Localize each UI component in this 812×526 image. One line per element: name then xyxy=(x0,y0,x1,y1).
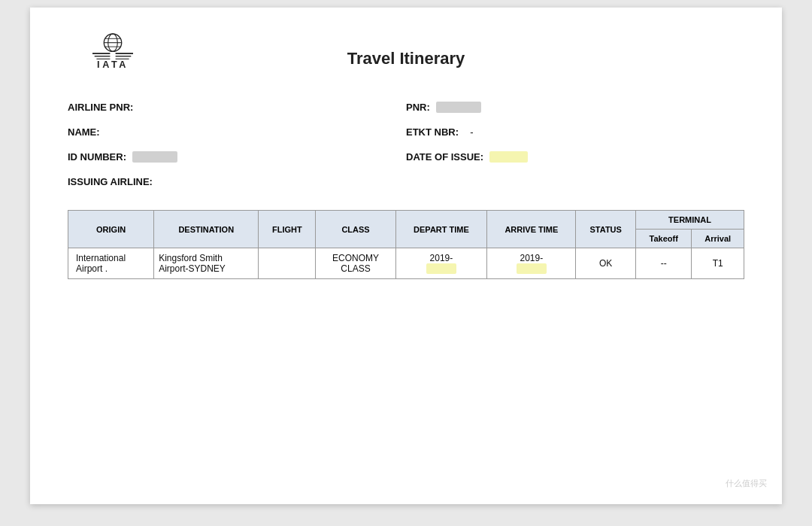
etkt-field: ETKT NBR: - xyxy=(406,126,744,138)
info-row-issuing-airline: ISSUING AIRLINE: xyxy=(68,176,744,187)
col-header-class: CLASS xyxy=(316,211,395,248)
id-number-value xyxy=(132,151,177,163)
pnr-value xyxy=(436,102,481,113)
id-number-field: ID NUMBER: xyxy=(68,151,406,163)
cell-origin: InternationalAirport . xyxy=(68,248,154,279)
watermark: 什么值得买 xyxy=(726,478,767,489)
col-header-origin: ORIGIN xyxy=(68,211,154,248)
iata-logo-svg: IATA xyxy=(86,30,140,71)
table-row: InternationalAirport . Kingsford SmithAi… xyxy=(68,248,744,279)
pnr-label: PNR: xyxy=(406,102,430,113)
document-container: IATA Travel Itinerary AIRLINE PNR: PNR: … xyxy=(30,8,782,504)
etkt-label: ETKT NBR: xyxy=(406,126,459,138)
cell-arrive: 2019- xyxy=(487,248,576,279)
cell-arrival-terminal: T1 xyxy=(692,248,744,279)
col-header-flight: FLIGHT xyxy=(259,211,316,248)
name-field: NAME: xyxy=(68,126,406,138)
svg-text:IATA: IATA xyxy=(97,59,129,70)
col-header-depart: DEPART TIME xyxy=(395,211,487,248)
cell-takeoff-terminal: -- xyxy=(636,248,692,279)
date-of-issue-label: DATE OF ISSUE: xyxy=(406,151,483,163)
info-row-pnr: AIRLINE PNR: PNR: xyxy=(68,102,744,113)
flight-table-section: ORIGIN DESTINATION FLIGHT CLASS DEPART T… xyxy=(68,210,744,279)
pnr-field: PNR: xyxy=(406,102,744,113)
issuing-airline-label: ISSUING AIRLINE: xyxy=(68,176,153,187)
etkt-value: - xyxy=(465,126,474,138)
info-row-name: NAME: ETKT NBR: - xyxy=(68,126,744,138)
cell-depart: 2019- xyxy=(395,248,487,279)
info-row-id: ID NUMBER: DATE OF ISSUE: xyxy=(68,151,744,163)
airline-pnr-field: AIRLINE PNR: xyxy=(68,102,406,113)
airline-pnr-label: AIRLINE PNR: xyxy=(68,102,133,113)
cell-class: ECONOMYCLASS xyxy=(316,248,395,279)
col-header-takeoff: Takeoff xyxy=(636,230,692,248)
col-header-terminal: TERMINAL xyxy=(636,211,744,230)
name-label: NAME: xyxy=(68,126,100,138)
logo-section: IATA xyxy=(68,30,158,71)
cell-flight xyxy=(259,248,316,279)
issuing-airline-field: ISSUING AIRLINE: xyxy=(68,176,406,187)
cell-destination: Kingsford SmithAirport-SYDNEY xyxy=(154,248,259,279)
document-header: IATA Travel Itinerary xyxy=(68,30,744,79)
page-title: Travel Itinerary xyxy=(158,30,654,68)
date-of-issue-field: DATE OF ISSUE: xyxy=(406,151,744,163)
iata-logo-wrapper: IATA xyxy=(86,30,140,71)
date-of-issue-value xyxy=(489,151,528,163)
col-header-status: STATUS xyxy=(576,211,636,248)
info-section: AIRLINE PNR: PNR: NAME: ETKT NBR: - ID N… xyxy=(68,102,744,187)
col-header-arrive: ARRIVE TIME xyxy=(487,211,576,248)
id-number-label: ID NUMBER: xyxy=(68,151,126,163)
cell-status: OK xyxy=(576,248,636,279)
col-header-destination: DESTINATION xyxy=(154,211,259,248)
col-header-arrival: Arrival xyxy=(692,230,744,248)
table-header-row-1: ORIGIN DESTINATION FLIGHT CLASS DEPART T… xyxy=(68,211,744,230)
flight-table: ORIGIN DESTINATION FLIGHT CLASS DEPART T… xyxy=(68,210,744,279)
